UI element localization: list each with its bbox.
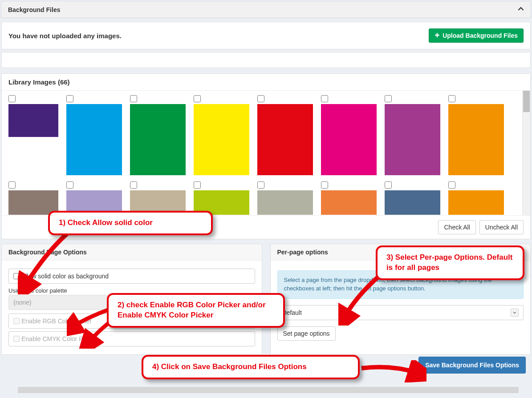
page-select-value: Default <box>282 309 302 316</box>
enable-rgb-label: Enable RGB Color Picker <box>21 318 92 325</box>
empty-block <box>1 52 531 68</box>
bg-page-options-title: Background Page Options <box>2 244 262 261</box>
swatch-item <box>130 95 186 176</box>
upload-row: You have not uploaded any images. Upload… <box>1 22 531 49</box>
swatch-checkbox[interactable] <box>385 95 392 102</box>
swatch-item <box>321 181 377 216</box>
chevron-up-icon <box>518 6 524 13</box>
swatch-checkbox[interactable] <box>8 95 16 102</box>
swatch-checkbox[interactable] <box>194 95 201 102</box>
swatch-checkbox[interactable] <box>321 181 328 189</box>
swatch-item <box>257 181 313 216</box>
color-swatch[interactable] <box>66 104 122 175</box>
color-swatch[interactable] <box>194 104 249 175</box>
swatch-checkbox[interactable] <box>66 181 73 189</box>
palette-value: (none) <box>13 299 31 306</box>
color-swatch[interactable] <box>257 190 313 215</box>
swatch-checkbox[interactable] <box>321 95 328 102</box>
color-swatch[interactable] <box>448 190 504 215</box>
swatch-checkbox[interactable] <box>448 181 455 189</box>
swatch-item <box>385 95 440 176</box>
panel-header[interactable]: Background Files <box>1 1 531 18</box>
allow-solid-label: Allow solid color as background <box>21 273 109 280</box>
swatch-checkbox[interactable] <box>130 95 137 102</box>
color-swatch[interactable] <box>385 190 440 215</box>
color-swatch[interactable] <box>257 104 313 175</box>
check-all-button[interactable]: Check All <box>438 220 475 234</box>
swatch-item <box>194 95 249 176</box>
library-title: Library Images (66) <box>2 74 530 91</box>
swatch-checkbox[interactable] <box>194 181 201 189</box>
color-swatch[interactable] <box>321 104 377 175</box>
swatch-checkbox[interactable] <box>130 181 137 189</box>
no-images-message: You have not uploaded any images. <box>8 32 122 40</box>
color-swatch[interactable] <box>385 104 440 175</box>
swatch-item <box>448 181 504 216</box>
callout-4: 4) Click on Save Background Files Option… <box>142 355 360 379</box>
swatch-checkbox[interactable] <box>66 95 73 102</box>
swatch-checkbox[interactable] <box>448 95 455 102</box>
swatch-item <box>8 95 58 176</box>
panel-title: Background Files <box>8 6 60 13</box>
swatch-item <box>130 181 186 216</box>
enable-cmyk-row[interactable]: Enable CMYK Color Picker <box>8 331 255 346</box>
callout-1: 1) Check Allow solid color <box>48 211 213 235</box>
swatch-item <box>321 95 377 176</box>
enable-cmyk-label: Enable CMYK Color Picker <box>21 335 96 342</box>
uncheck-all-button[interactable]: Uncheck All <box>479 220 524 234</box>
set-page-options-button[interactable]: Set page options <box>277 326 336 341</box>
color-swatch[interactable] <box>8 190 58 215</box>
swatch-item <box>257 95 313 176</box>
vertical-scrollbar[interactable] <box>522 91 530 215</box>
callout-3: 3) Select Per-page Options. Default is f… <box>376 245 524 280</box>
color-swatch[interactable] <box>448 104 504 175</box>
enable-rgb-checkbox[interactable] <box>13 318 20 324</box>
swatch-item <box>66 181 122 216</box>
upload-button-label: Upload Background Files <box>443 32 518 39</box>
swatch-item <box>66 95 122 176</box>
color-swatch[interactable] <box>8 104 58 137</box>
scroll-thumb[interactable] <box>523 91 530 112</box>
color-swatch[interactable] <box>321 190 377 215</box>
page-select-dropdown[interactable]: Default <box>277 305 524 320</box>
color-swatch[interactable] <box>130 104 186 175</box>
allow-solid-color-checkbox[interactable] <box>13 273 20 279</box>
swatch-item <box>385 181 440 216</box>
upload-background-files-button[interactable]: Upload Background Files <box>429 28 524 43</box>
plus-icon <box>435 32 440 39</box>
swatch-item <box>448 95 504 176</box>
chevron-down-icon <box>511 309 519 317</box>
allow-solid-color-checkbox-row[interactable]: Allow solid color as background <box>8 269 255 284</box>
background-files-panel: Background Files <box>1 1 531 18</box>
swatch-item <box>194 181 249 216</box>
swatch-grid <box>2 91 522 215</box>
swatch-checkbox[interactable] <box>257 181 264 189</box>
footer-gray-bar <box>18 387 519 393</box>
swatch-checkbox[interactable] <box>8 181 16 189</box>
save-background-files-options-button[interactable]: Save Background Files Options <box>418 357 526 374</box>
enable-cmyk-checkbox[interactable] <box>13 336 20 342</box>
callout-2: 2) check Enable RGB Color Picker and/or … <box>107 293 285 328</box>
swatch-checkbox[interactable] <box>385 181 392 189</box>
swatch-checkbox[interactable] <box>257 95 264 102</box>
swatch-item <box>8 181 58 216</box>
